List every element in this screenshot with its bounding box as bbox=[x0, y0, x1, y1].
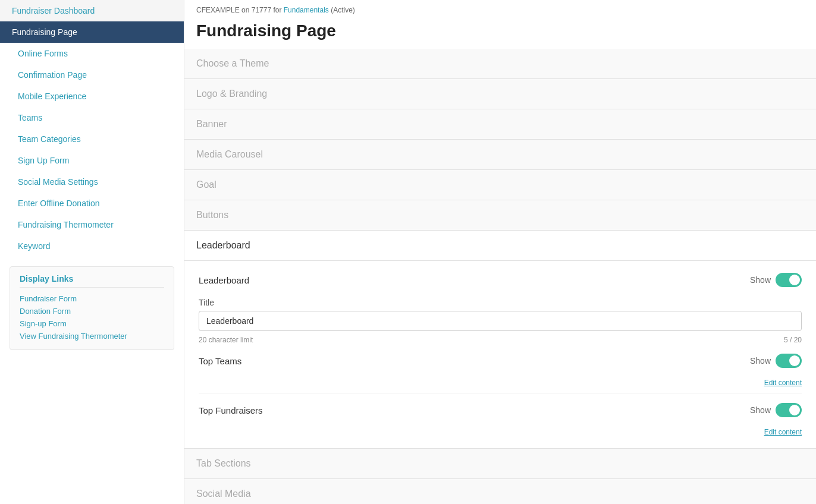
accordion-header-media-carousel[interactable]: Media Carousel bbox=[184, 140, 816, 169]
leaderboard-toggle[interactable] bbox=[776, 273, 802, 287]
sidebar: Fundraiser Dashboard Fundraising Page On… bbox=[0, 0, 184, 504]
top-teams-toggle-slider bbox=[776, 354, 802, 368]
accordion-goal: Goal bbox=[184, 170, 816, 200]
char-count: 5 / 20 bbox=[784, 336, 802, 344]
display-link-view-fundraising-thermometer[interactable]: View Fundraising Thermometer bbox=[20, 330, 164, 342]
leaderboard-show-label: Show bbox=[750, 275, 771, 285]
leaderboard-body: Leaderboard Show Title 20 character limi… bbox=[184, 261, 816, 448]
leaderboard-header[interactable]: Leaderboard bbox=[184, 231, 816, 261]
sidebar-item-sign-up-form[interactable]: Sign Up Form bbox=[0, 150, 184, 171]
sidebar-item-fundraiser-dashboard[interactable]: Fundraiser Dashboard bbox=[0, 0, 184, 21]
title-input[interactable] bbox=[199, 311, 802, 331]
leaderboard-show-toggle-group: Show bbox=[750, 273, 802, 287]
accordion-header-logo-branding[interactable]: Logo & Branding bbox=[184, 79, 816, 109]
top-fundraisers-row: Top Fundraisers Show bbox=[199, 403, 802, 417]
page-title: Fundraising Page bbox=[184, 18, 816, 49]
display-links-section: Display Links Fundraiser Form Donation F… bbox=[10, 266, 174, 350]
accordion-header-social-media[interactable]: Social Media bbox=[184, 479, 816, 504]
display-link-donation-form[interactable]: Donation Form bbox=[20, 305, 164, 317]
active-tag: (Active) bbox=[331, 6, 355, 14]
top-teams-show-label: Show bbox=[750, 356, 771, 366]
accordion-media-carousel: Media Carousel bbox=[184, 140, 816, 170]
sidebar-item-fundraising-page[interactable]: Fundraising Page bbox=[0, 21, 184, 43]
top-fundraisers-toggle-slider bbox=[776, 403, 802, 417]
char-limit-text: 20 character limit bbox=[199, 336, 253, 344]
sidebar-item-keyword[interactable]: Keyword bbox=[0, 235, 184, 257]
title-field-group: Title bbox=[199, 298, 802, 331]
top-teams-show-toggle-group: Show bbox=[750, 354, 802, 368]
title-field-label: Title bbox=[199, 298, 802, 307]
sidebar-item-confirmation-page[interactable]: Confirmation Page bbox=[0, 64, 184, 86]
accordion-header-tab-sections[interactable]: Tab Sections bbox=[184, 449, 816, 478]
top-teams-row: Top Teams Show bbox=[199, 354, 802, 368]
accordion-header-buttons[interactable]: Buttons bbox=[184, 200, 816, 230]
accordion-buttons: Buttons bbox=[184, 200, 816, 231]
top-fundraisers-label: Top Fundraisers bbox=[199, 405, 263, 415]
top-fundraisers-show-label: Show bbox=[750, 405, 771, 415]
main-content: CFEXAMPLE on 71777 for Fundamentals (Act… bbox=[184, 0, 816, 504]
top-teams-toggle[interactable] bbox=[776, 354, 802, 368]
sidebar-item-enter-offline-donation[interactable]: Enter Offline Donation bbox=[0, 193, 184, 214]
leaderboard-toggle-row: Leaderboard Show bbox=[199, 273, 802, 287]
accordion-tab-sections: Tab Sections bbox=[184, 449, 816, 479]
accordion-social-media: Social Media bbox=[184, 479, 816, 504]
breadcrumb-link[interactable]: Fundamentals bbox=[284, 6, 329, 14]
accordion-header-choose-theme[interactable]: Choose a Theme bbox=[184, 49, 816, 78]
breadcrumb: CFEXAMPLE on 71777 for Fundamentals (Act… bbox=[184, 0, 816, 18]
top-fundraisers-show-toggle-group: Show bbox=[750, 403, 802, 417]
accordion-header-banner[interactable]: Banner bbox=[184, 109, 816, 139]
top-teams-edit-content-link[interactable]: Edit content bbox=[199, 379, 802, 387]
sidebar-item-social-media-settings[interactable]: Social Media Settings bbox=[0, 171, 184, 193]
sidebar-item-teams[interactable]: Teams bbox=[0, 107, 184, 128]
sidebar-item-team-categories[interactable]: Team Categories bbox=[0, 128, 184, 150]
display-link-fundraiser-form[interactable]: Fundraiser Form bbox=[20, 292, 164, 305]
sidebar-item-online-forms[interactable]: Online Forms bbox=[0, 43, 184, 64]
top-fundraisers-edit-content-link[interactable]: Edit content bbox=[199, 428, 802, 436]
accordion-banner: Banner bbox=[184, 109, 816, 140]
accordion-choose-theme: Choose a Theme bbox=[184, 49, 816, 79]
char-count-row: 20 character limit 5 / 20 bbox=[199, 336, 802, 344]
sidebar-item-fundraising-thermometer[interactable]: Fundraising Thermometer bbox=[0, 214, 184, 235]
sidebar-item-mobile-experience[interactable]: Mobile Experience bbox=[0, 86, 184, 107]
top-teams-label: Top Teams bbox=[199, 356, 241, 366]
breadcrumb-prefix: CFEXAMPLE on 71777 for bbox=[196, 6, 284, 14]
display-links-title: Display Links bbox=[20, 274, 164, 288]
display-link-signup-form[interactable]: Sign-up Form bbox=[20, 317, 164, 330]
accordion-logo-branding: Logo & Branding bbox=[184, 79, 816, 109]
top-fundraisers-toggle[interactable] bbox=[776, 403, 802, 417]
leaderboard-row-label: Leaderboard bbox=[199, 275, 249, 285]
leaderboard-section: Leaderboard Leaderboard Show Title bbox=[184, 231, 816, 449]
leaderboard-toggle-slider bbox=[776, 273, 802, 287]
divider-1 bbox=[199, 393, 802, 393]
accordion-header-goal[interactable]: Goal bbox=[184, 170, 816, 200]
